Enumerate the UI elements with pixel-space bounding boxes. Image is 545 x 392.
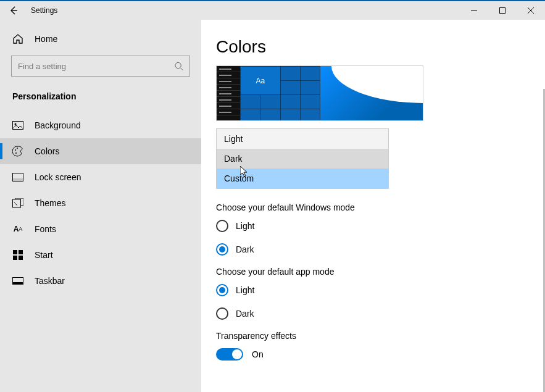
sidebar-item-lockscreen[interactable]: Lock screen <box>0 164 201 190</box>
sidebar-item-label: Background <box>35 120 81 130</box>
svg-point-5 <box>175 62 181 68</box>
lockscreen-icon <box>12 172 23 183</box>
svg-rect-15 <box>13 250 17 254</box>
transparency-toggle[interactable] <box>216 348 243 361</box>
section-header: Personalization <box>0 88 201 112</box>
minimize-icon <box>471 7 477 14</box>
windows-mode-dark[interactable]: Dark <box>216 243 530 256</box>
arrow-left-icon <box>9 6 19 15</box>
color-preview: Aa <box>216 65 423 121</box>
sidebar-item-label: Lock screen <box>35 172 81 182</box>
search-icon <box>174 61 183 71</box>
svg-rect-14 <box>13 199 21 207</box>
sidebar-item-label: Themes <box>35 198 66 208</box>
app-mode-dark[interactable]: Dark <box>216 307 530 320</box>
titlebar: Settings <box>0 0 545 20</box>
sidebar-item-label: Start <box>35 250 53 260</box>
sidebar-item-label: Colors <box>35 146 59 156</box>
dropdown-option-light[interactable]: Light <box>217 129 388 149</box>
fonts-icon: AA <box>12 223 23 235</box>
sidebar-item-taskbar[interactable]: Taskbar <box>0 268 201 294</box>
radio-icon <box>216 284 228 296</box>
sidebar-item-themes[interactable]: Themes <box>0 190 201 216</box>
radio-label: Dark <box>236 244 254 254</box>
sidebar: Home Personalization Background Colors L… <box>0 20 201 392</box>
radio-label: Light <box>236 285 254 295</box>
radio-label: Dark <box>236 309 254 319</box>
svg-rect-20 <box>13 282 23 284</box>
sidebar-item-background[interactable]: Background <box>0 112 201 138</box>
content-area: Colors Aa Light Dark Custom Choose your … <box>201 20 545 392</box>
svg-point-10 <box>17 148 18 149</box>
back-button[interactable] <box>0 1 27 20</box>
svg-rect-17 <box>13 256 17 260</box>
svg-rect-13 <box>13 178 23 181</box>
maximize-icon <box>499 7 505 14</box>
svg-point-11 <box>15 152 17 154</box>
start-icon <box>12 249 23 261</box>
sidebar-item-start[interactable]: Start <box>0 242 201 268</box>
radio-label: Light <box>236 221 254 231</box>
svg-point-9 <box>15 149 16 151</box>
svg-point-8 <box>15 123 17 125</box>
taskbar-icon <box>12 275 23 286</box>
svg-rect-18 <box>19 256 23 260</box>
close-icon <box>528 7 534 14</box>
radio-icon <box>216 220 228 232</box>
radio-icon <box>216 243 228 256</box>
minimize-button[interactable] <box>460 1 488 20</box>
maximize-button[interactable] <box>488 1 517 20</box>
windows-mode-light[interactable]: Light <box>216 220 530 232</box>
app-mode-label: Choose your default app mode <box>216 267 530 277</box>
dropdown-option-custom[interactable]: Custom <box>217 169 388 188</box>
svg-line-6 <box>180 68 183 70</box>
palette-icon <box>12 146 23 157</box>
svg-rect-2 <box>500 8 505 14</box>
sidebar-item-label: Taskbar <box>35 276 65 286</box>
home-link[interactable]: Home <box>0 27 201 51</box>
home-label: Home <box>35 34 57 44</box>
window-title: Settings <box>31 6 57 15</box>
home-icon <box>12 33 23 44</box>
themes-icon <box>12 198 23 209</box>
close-button[interactable] <box>517 1 545 20</box>
radio-icon <box>216 307 228 320</box>
toggle-state-label: On <box>252 349 264 359</box>
svg-rect-16 <box>19 250 23 254</box>
color-mode-dropdown[interactable]: Light Dark Custom <box>216 128 389 189</box>
windows-mode-label: Choose your default Windows mode <box>216 202 530 212</box>
sidebar-item-label: Fonts <box>35 224 56 234</box>
svg-rect-7 <box>13 122 23 130</box>
picture-icon <box>12 120 23 131</box>
dropdown-option-dark[interactable]: Dark <box>217 149 388 169</box>
app-mode-light[interactable]: Light <box>216 284 530 296</box>
search-input-wrapper[interactable] <box>11 56 190 77</box>
sidebar-item-colors[interactable]: Colors <box>0 138 201 164</box>
preview-tile-aa: Aa <box>241 67 280 94</box>
page-title: Colors <box>216 37 530 57</box>
transparency-label: Transparency effects <box>216 331 530 341</box>
search-input[interactable] <box>18 62 174 71</box>
sidebar-item-fonts[interactable]: AA Fonts <box>0 216 201 242</box>
